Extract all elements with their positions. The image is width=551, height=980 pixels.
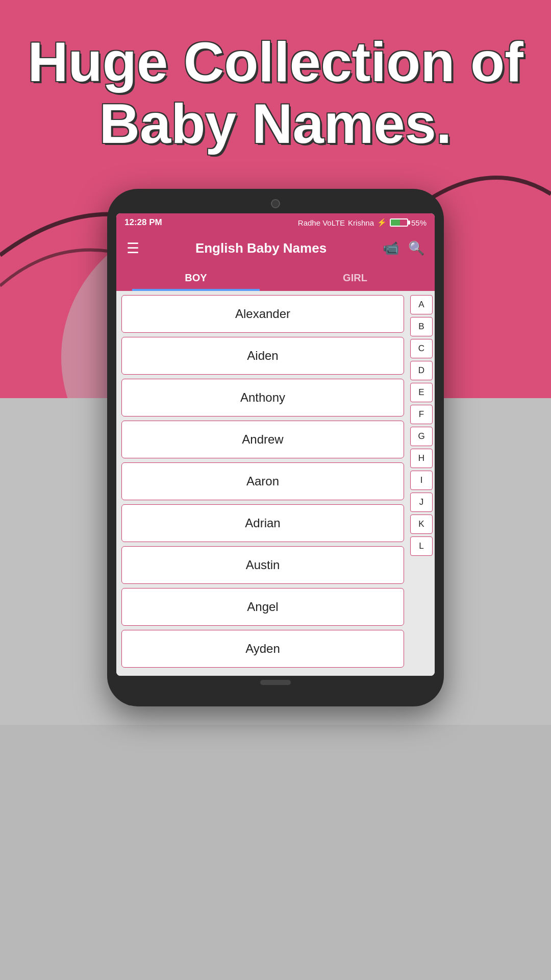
alpha-btn-g[interactable]: G [410,427,433,446]
battery-percent: 55% [411,218,427,227]
status-bar: 12:28 PM Radhe VoLTE Krishna ⚡ 55% [116,213,435,232]
alpha-btn-c[interactable]: C [410,339,433,358]
app-bar-icons: 📹 🔍 [383,240,424,256]
app-bar: ☰ English Baby Names 📹 🔍 [116,232,435,265]
hero-line2: Baby Names. [20,92,531,154]
status-right: Radhe VoLTE Krishna ⚡ 55% [298,218,427,227]
battery-fill [391,219,400,226]
phone-camera [271,199,280,208]
carrier2-label: Krishna [348,218,374,227]
app-bar-title: English Baby Names [195,240,327,256]
video-icon[interactable]: 📹 [383,240,399,256]
alpha-btn-h[interactable]: H [410,449,433,468]
phone-mockup: 12:28 PM Radhe VoLTE Krishna ⚡ 55% ☰ Eng… [107,189,444,706]
alpha-btn-l[interactable]: L [410,536,433,556]
name-list-item[interactable]: Austin [121,546,404,584]
carrier1-label: Radhe VoLTE [298,218,345,227]
battery-bar [390,218,408,227]
tab-girl[interactable]: GIRL [276,265,435,291]
name-list-item[interactable]: Anthony [121,379,404,416]
name-list-item[interactable]: Aaron [121,462,404,500]
alpha-btn-j[interactable]: J [410,493,433,512]
tabs: BOY GIRL [116,265,435,291]
name-list-item[interactable]: Angel [121,588,404,626]
name-list-item[interactable]: Adrian [121,504,404,542]
status-time: 12:28 PM [124,217,162,228]
name-list-item[interactable]: Ayden [121,630,404,668]
search-icon[interactable]: 🔍 [408,240,424,256]
alpha-btn-b[interactable]: B [410,317,433,336]
alpha-btn-k[interactable]: K [410,514,433,534]
bottom-background [0,725,551,980]
alpha-btn-a[interactable]: A [410,295,433,314]
list-area: AlexanderAidenAnthonyAndrewAaronAdrianAu… [116,291,435,676]
phone-screen: 12:28 PM Radhe VoLTE Krishna ⚡ 55% ☰ Eng… [116,213,435,676]
alpha-btn-e[interactable]: E [410,383,433,402]
name-list-item[interactable]: Andrew [121,421,404,458]
phone-bottom-speaker [260,680,291,685]
hamburger-icon[interactable]: ☰ [127,240,139,257]
hero-text: Huge Collection of Baby Names. [0,31,551,154]
names-list: AlexanderAidenAnthonyAndrewAaronAdrianAu… [116,291,408,676]
alpha-btn-f[interactable]: F [410,405,433,424]
name-list-item[interactable]: Aiden [121,337,404,375]
hero-line1: Huge Collection of [20,31,531,92]
bolt-icon: ⚡ [377,218,387,227]
alpha-btn-d[interactable]: D [410,361,433,380]
alpha-btn-i[interactable]: I [410,471,433,490]
tab-boy[interactable]: BOY [116,265,276,291]
alphabet-sidebar: ABCDEFGHIJKL [408,291,435,676]
name-list-item[interactable]: Alexander [121,295,404,333]
